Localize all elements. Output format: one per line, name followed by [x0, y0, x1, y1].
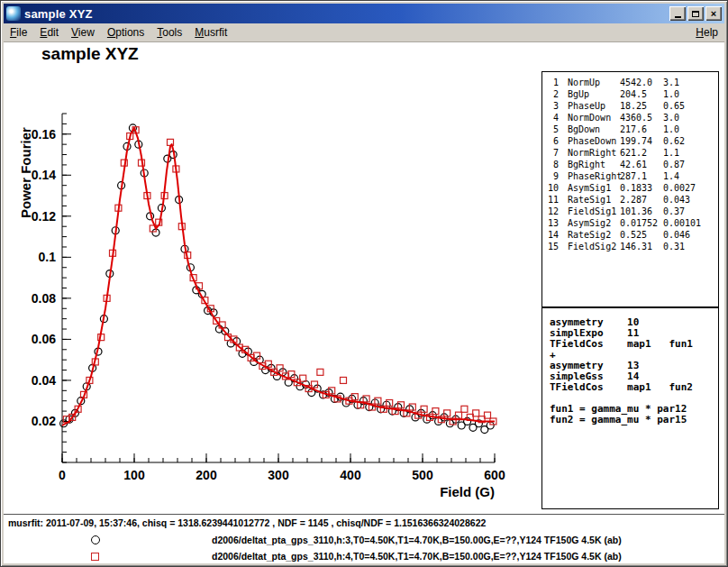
titlebar[interactable]: sample XYZ × — [4, 4, 724, 23]
data-point-square — [317, 369, 323, 375]
theory-text: asymmetry 10 simplExpo 11 TFieldCos map1… — [542, 308, 718, 425]
maximize-icon — [692, 11, 699, 17]
param-row: 4NormDown4360.53.0 — [542, 112, 718, 123]
x-tick-label: 600 — [484, 468, 505, 482]
y-tick-label: 0.04 — [32, 373, 56, 388]
x-tick-label: 100 — [123, 468, 145, 482]
x-tick-label: 300 — [268, 468, 289, 482]
param-row: 1NormUp4542.03.1 — [542, 77, 718, 88]
maximize-button[interactable] — [687, 6, 704, 21]
minimize-icon — [675, 16, 681, 18]
y-tick-label: 0.06 — [32, 332, 56, 346]
x-tick-label: 200 — [196, 468, 217, 482]
square-marker-icon — [91, 553, 99, 561]
param-row: 6PhaseDown199.740.62 — [542, 135, 718, 147]
param-row: 15FieldSig2146.310.31 — [542, 241, 718, 252]
status-divider — [4, 514, 724, 515]
menu-help[interactable]: Help — [689, 24, 724, 41]
plot-svg: 01002003004005006000.020.040.060.080.10.… — [4, 42, 544, 515]
menu-options[interactable]: Options — [101, 24, 150, 41]
param-row: 9PhaseRight287.11.4 — [542, 170, 718, 182]
plot-canvas[interactable]: 01002003004005006000.020.040.060.080.10.… — [4, 42, 544, 515]
y-axis-title: Power Fourier — [18, 127, 33, 218]
menu-edit[interactable]: Edit — [33, 24, 65, 41]
y-tick-label: 0.1 — [39, 250, 57, 264]
close-icon: × — [711, 9, 716, 19]
y-tick-label: 0.02 — [32, 414, 56, 428]
theory-box: asymmetry 10 simplExpo 11 TFieldCos map1… — [541, 307, 719, 509]
param-row: 10AsymSig10.18330.0027 — [542, 182, 718, 194]
plot-legend: d2006/deltat_pta_gps_3110,h:3,T0=4.50K,T… — [4, 532, 724, 563]
minimize-button[interactable] — [669, 6, 686, 21]
y-tick-label: 0.12 — [32, 209, 56, 224]
fit-status-text: musrfit: 2011-07-09, 15:37:46, chisq = 1… — [8, 517, 486, 528]
param-row: 13AsymSig20.017520.00101 — [542, 217, 718, 229]
x-tick-label: 400 — [340, 468, 361, 482]
y-tick-label: 0.14 — [32, 168, 56, 182]
x-axis-title: Field (G) — [440, 484, 495, 499]
menu-view[interactable]: View — [65, 24, 101, 41]
legend-entry: d2006/deltat_pta_gps_3110,h:3,T0=4.50K,T… — [4, 532, 724, 548]
circle-marker-icon — [91, 535, 100, 544]
menu-tools[interactable]: Tools — [150, 24, 188, 41]
x-tick-label: 0 — [59, 468, 66, 482]
legend-entry: d2006/deltat_pta_gps_3110,h:4,T0=4.50K,T… — [4, 548, 724, 563]
x-tick-label: 500 — [412, 468, 433, 482]
data-point-square — [461, 406, 468, 412]
param-row: 3PhaseUp18.250.65 — [542, 100, 718, 112]
menubar: File Edit View Options Tools Musrfit Hel… — [4, 23, 724, 42]
fit-line — [62, 128, 495, 425]
legend-text: d2006/deltat_pta_gps_3110,h:4,T0=4.50K,T… — [212, 551, 622, 562]
param-row: 7NormRight621.21.1 — [542, 147, 718, 159]
param-row: 12FieldSig1101.360.37 — [542, 206, 718, 217]
window-title: sample XYZ — [24, 7, 93, 21]
parameter-table-box: 1NormUp4542.03.12BgUp204.51.03PhaseUp18.… — [541, 71, 719, 307]
menu-musrfit[interactable]: Musrfit — [188, 24, 233, 41]
canvas-area: sample XYZ 01002003004005006000.020.040.… — [4, 42, 724, 563]
data-point-square — [341, 377, 347, 383]
menu-file[interactable]: File — [4, 24, 33, 41]
close-button[interactable]: × — [705, 6, 722, 21]
param-row: 8BgRight42.610.87 — [542, 159, 718, 170]
legend-text: d2006/deltat_pta_gps_3110,h:3,T0=4.50K,T… — [212, 535, 622, 545]
app-window: sample XYZ × File Edit View Options Tool… — [0, 0, 728, 567]
y-tick-label: 0.16 — [32, 127, 56, 142]
param-row: 11RateSig12.2870.043 — [542, 194, 718, 206]
param-row: 14RateSig20.5250.046 — [542, 229, 718, 241]
param-row: 2BgUp204.51.0 — [542, 88, 718, 100]
window-controls: × — [669, 6, 722, 21]
y-tick-label: 0.08 — [32, 291, 56, 306]
param-row: 5BgDown217.61.0 — [542, 123, 718, 135]
app-icon — [6, 6, 21, 21]
